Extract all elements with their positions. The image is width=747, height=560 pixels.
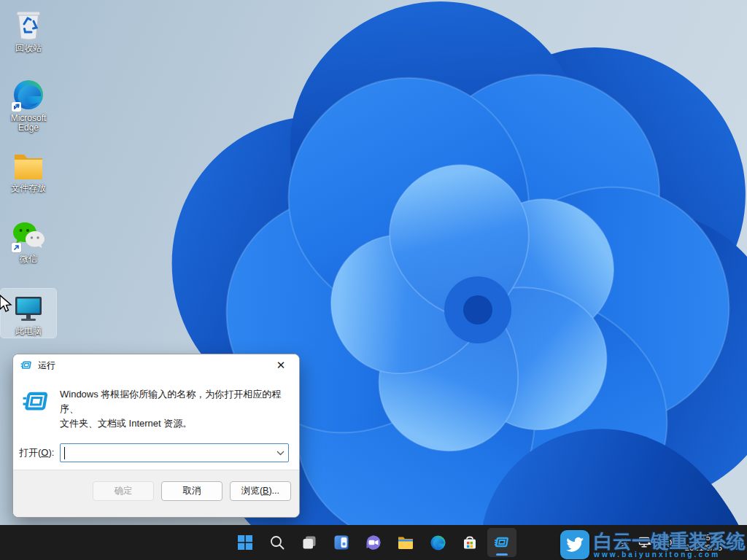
mouse-cursor <box>0 295 13 314</box>
edge-taskbar-button[interactable] <box>423 528 452 557</box>
run-combobox <box>60 443 289 462</box>
run-icon <box>22 388 50 416</box>
folder-icon <box>11 147 46 182</box>
store-button[interactable] <box>455 528 484 557</box>
run-dialog: 运行 ✕ Windows 将根据你所输入的名称，为你打开相应的程序、 文件夹、文… <box>12 354 300 518</box>
cancel-button[interactable]: 取消 <box>161 481 222 501</box>
shortcut-arrow-icon <box>12 102 21 112</box>
browse-button[interactable]: 浏览(B)... <box>230 481 291 501</box>
speaker-icon <box>661 535 676 550</box>
network-button[interactable] <box>634 528 656 557</box>
recycle-bin-icon <box>12 8 45 42</box>
desktop-icon-wechat[interactable]: 微信 <box>1 217 56 265</box>
chevron-up-icon <box>601 537 611 548</box>
run-dialog-titlebar[interactable]: 运行 ✕ <box>13 354 299 376</box>
taskbar-center-icons <box>231 525 516 560</box>
desktop-icon-folder[interactable]: 文件存放 <box>1 146 56 195</box>
description-line-1: Windows 将根据你所输入的名称，为你打开相应的程序、 <box>60 387 289 416</box>
desktop-icon-label: 此电脑 <box>15 327 42 336</box>
taskbar: 英 15:33 2021/8/25 2 <box>0 525 747 560</box>
open-label: 打开(O): <box>19 446 60 459</box>
desktop-icon-label: 文件存放 <box>11 184 46 193</box>
tray-date: 2021/8/25 <box>685 542 722 553</box>
chevron-down-icon <box>276 451 285 456</box>
notification-badge[interactable]: 2 <box>729 535 744 550</box>
edge-icon <box>430 534 446 551</box>
microsoft-store-icon <box>462 534 478 551</box>
teams-chat-icon <box>365 534 382 551</box>
ok-button[interactable]: 确定 <box>93 481 154 501</box>
tray-time: 15:33 <box>685 532 722 542</box>
desktop-icon-recycle-bin[interactable]: 回收站 <box>1 6 56 55</box>
network-ethernet-icon <box>638 535 652 550</box>
hidden-icons-button[interactable] <box>597 528 615 557</box>
volume-button[interactable] <box>657 528 679 557</box>
system-tray: 英 15:33 2021/8/25 2 <box>597 525 744 560</box>
shortcut-arrow-icon <box>12 243 21 252</box>
run-command-input[interactable] <box>61 444 288 462</box>
description-line-2: 文件夹、文档或 Internet 资源。 <box>60 416 289 431</box>
desktop-icon-label: Microsoft Edge <box>1 114 55 133</box>
file-explorer-icon <box>397 534 414 551</box>
start-button[interactable] <box>231 528 260 557</box>
file-explorer-button[interactable] <box>391 528 420 557</box>
task-view-icon <box>301 534 317 551</box>
desktop-icon-edge[interactable]: Microsoft Edge <box>1 76 56 134</box>
active-app-indicator <box>496 553 508 556</box>
this-pc-icon <box>11 290 46 325</box>
combobox-dropdown-button[interactable] <box>272 444 288 462</box>
run-dialog-description: Windows 将根据你所输入的名称，为你打开相应的程序、 文件夹、文档或 In… <box>60 386 289 431</box>
text-caret <box>64 447 65 459</box>
task-view-button[interactable] <box>295 528 324 557</box>
search-button[interactable] <box>263 528 292 557</box>
chat-button[interactable] <box>359 528 388 557</box>
run-dialog-title-icon <box>20 359 32 371</box>
widgets-button[interactable] <box>327 528 356 557</box>
widgets-icon <box>333 534 349 551</box>
run-dialog-title: 运行 <box>38 359 55 372</box>
run-app-icon <box>493 534 511 551</box>
windows-start-icon <box>237 534 253 551</box>
clock[interactable]: 15:33 2021/8/25 <box>681 532 727 553</box>
search-icon <box>269 534 285 551</box>
desktop-icon-label: 回收站 <box>15 44 42 53</box>
close-icon[interactable]: ✕ <box>270 357 292 374</box>
desktop-icon-label: 微信 <box>20 254 37 264</box>
run-app-button[interactable] <box>487 528 516 557</box>
ime-indicator[interactable]: 英 <box>616 528 632 557</box>
run-dialog-footer: 确定 取消 浏览(B)... <box>13 470 299 517</box>
